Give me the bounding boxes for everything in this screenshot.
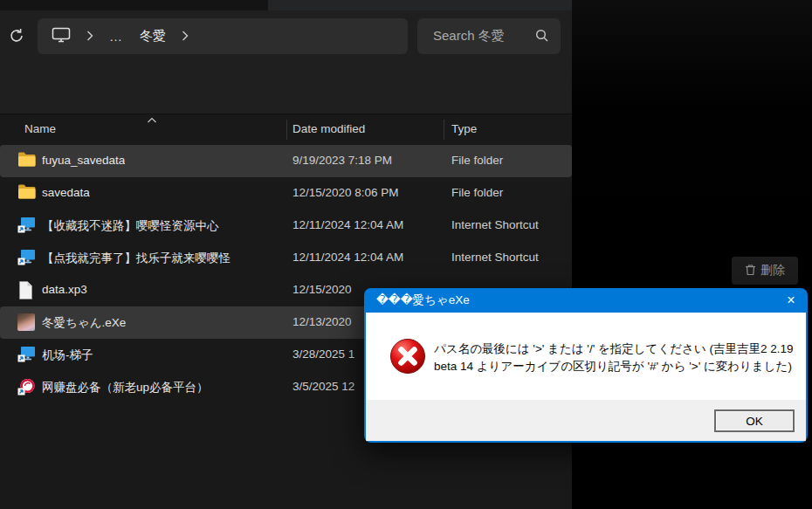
- column-headers: Name Date modified Type: [0, 114, 572, 145]
- file-name: savedata: [42, 186, 90, 199]
- file-date-modified: 12/15/2020: [292, 283, 352, 296]
- file-row[interactable]: fuyua_savedata 9/19/2023 7:18 PM File fo…: [0, 145, 572, 177]
- trash-icon: [745, 264, 756, 279]
- dialog-titlebar[interactable]: ���愛ちゃeXe: [364, 288, 808, 313]
- column-divider[interactable]: [444, 120, 444, 140]
- file-row[interactable]: 【点我就完事了】找乐子就来嘤嘤怪 12/11/2024 12:04 AM Int…: [0, 242, 572, 274]
- error-icon: [389, 338, 426, 375]
- file-name: 机场-梯子: [42, 347, 93, 363]
- dialog-footer: OK: [366, 400, 806, 441]
- this-pc-icon[interactable]: [52, 27, 71, 45]
- file-name: data.xp3: [42, 283, 87, 296]
- internet-shortcut-icon: [17, 249, 37, 267]
- error-dialog: ���愛ちゃeXe × パス名の最後には '>': [364, 288, 808, 443]
- column-header-type[interactable]: Type: [451, 122, 477, 135]
- file-icon: [17, 281, 37, 299]
- tab-strip: [0, 0, 572, 10]
- file-name: fuyua_savedata: [42, 154, 125, 167]
- background-delete-label: 删除: [760, 263, 785, 279]
- error-message: パス名の最後には '>' または '/' を指定してください (吉里吉里2 2.…: [434, 340, 794, 375]
- ok-button[interactable]: OK: [714, 409, 795, 432]
- column-divider[interactable]: [286, 120, 287, 140]
- desktop: 删除: [0, 0, 812, 509]
- file-name: 网赚盘必备（新老up必备平台）: [42, 380, 209, 396]
- background-delete-button[interactable]: 删除: [732, 257, 798, 285]
- file-date-modified: 12/13/2020: [292, 315, 352, 328]
- search-icon[interactable]: [535, 29, 548, 45]
- file-name: 【收藏我不迷路】嘤嘤怪资源中心: [42, 218, 219, 234]
- breadcrumb-folder[interactable]: 冬愛: [140, 28, 166, 45]
- file-date-modified: 3/5/2025 12: [292, 380, 354, 393]
- file-date-modified: 12/15/2020 8:06 PM: [292, 186, 399, 199]
- file-date-modified: 12/11/2024 12:04 AM: [292, 251, 403, 264]
- file-name: 【点我就完事了】找乐子就来嘤嘤怪: [42, 251, 231, 266]
- file-name: 冬愛ちゃん.eXe: [42, 315, 126, 331]
- file-row[interactable]: 【收藏我不迷路】嘤嘤怪资源中心 12/11/2024 12:04 AM Inte…: [0, 210, 572, 242]
- image-thumbnail-icon: [17, 313, 37, 332]
- file-type: File folder: [451, 186, 503, 199]
- navigation-bar: … 冬愛 Search 冬愛: [0, 10, 572, 62]
- file-type: Internet Shortcut: [451, 218, 539, 231]
- command-toolbar: A: [0, 62, 572, 114]
- refresh-icon: [9, 28, 24, 47]
- red-shortcut-icon: [17, 378, 37, 396]
- chevron-right-icon[interactable]: [182, 29, 189, 44]
- search-input[interactable]: Search 冬愛: [417, 18, 561, 54]
- folder-icon: [17, 152, 37, 170]
- breadcrumb-ellipsis[interactable]: …: [109, 29, 124, 44]
- file-date-modified: 12/11/2024 12:04 AM: [292, 218, 403, 231]
- refresh-button[interactable]: [3, 26, 30, 49]
- internet-shortcut-icon: [17, 346, 37, 364]
- internet-shortcut-icon: [17, 217, 37, 235]
- chevron-right-icon: [86, 29, 93, 44]
- search-placeholder: Search 冬愛: [433, 28, 535, 45]
- column-header-name[interactable]: Name: [24, 122, 56, 135]
- file-row[interactable]: savedata 12/15/2020 8:06 PM File folder: [0, 177, 572, 210]
- folder-icon: [17, 184, 37, 203]
- dialog-title: ���愛ちゃeXe: [376, 293, 470, 306]
- file-type: File folder: [451, 154, 503, 167]
- explorer-tab[interactable]: [268, 0, 572, 10]
- file-type: Internet Shortcut: [451, 251, 539, 264]
- column-header-date-modified[interactable]: Date modified: [292, 122, 365, 135]
- dialog-close-button[interactable]: ×: [781, 291, 802, 310]
- file-date-modified: 9/19/2023 7:18 PM: [292, 154, 392, 167]
- file-date-modified: 3/28/2025 1: [292, 347, 354, 361]
- sort-ascending-icon: [147, 113, 157, 126]
- address-bar[interactable]: … 冬愛: [38, 18, 408, 54]
